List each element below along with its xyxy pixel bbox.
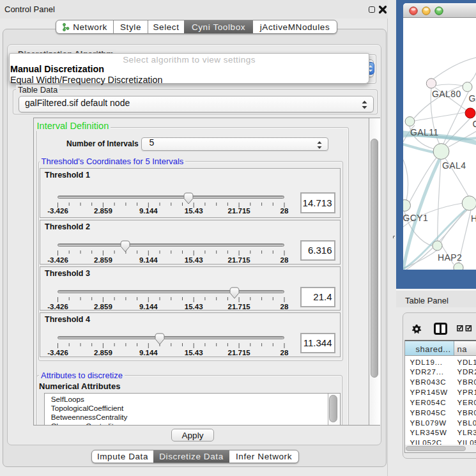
svg-text:28: 28 [280, 207, 289, 215]
svg-text:15.43: 15.43 [185, 303, 203, 311]
svg-text:2.859: 2.859 [94, 207, 112, 215]
svg-text:9.144: 9.144 [139, 207, 158, 215]
svg-text:-3.426: -3.426 [47, 303, 68, 311]
svg-text:-3.426: -3.426 [47, 349, 68, 357]
svg-text:H: H [471, 213, 476, 224]
svg-text:9.144: 9.144 [139, 349, 158, 357]
svg-text:28: 28 [280, 256, 289, 264]
svg-text:CY: CY [473, 119, 476, 129]
svg-text:9.144: 9.144 [139, 256, 158, 264]
svg-text:28: 28 [280, 349, 289, 357]
svg-text:2.859: 2.859 [94, 256, 112, 264]
svg-text:2.859: 2.859 [94, 349, 112, 357]
svg-text:HAP2: HAP2 [438, 252, 462, 263]
svg-text:GAL11: GAL11 [410, 127, 439, 137]
svg-text:21.715: 21.715 [228, 303, 251, 311]
svg-text:2.859: 2.859 [94, 303, 112, 311]
svg-text:15.43: 15.43 [185, 349, 203, 357]
svg-text:21.715: 21.715 [228, 256, 251, 264]
svg-text:-3.426: -3.426 [47, 256, 68, 264]
svg-text:21.715: 21.715 [228, 207, 251, 215]
svg-text:GAL80: GAL80 [432, 89, 461, 99]
svg-text:21.715: 21.715 [228, 349, 251, 357]
svg-text:GCY1: GCY1 [403, 213, 428, 223]
svg-text:15.43: 15.43 [185, 256, 203, 264]
svg-text:15.43: 15.43 [185, 207, 203, 215]
svg-text:28: 28 [280, 303, 289, 311]
svg-text:9.144: 9.144 [139, 303, 158, 311]
svg-text:GA: GA [469, 93, 476, 104]
svg-text:-3.426: -3.426 [47, 207, 68, 215]
svg-text:GAL4: GAL4 [442, 160, 466, 171]
